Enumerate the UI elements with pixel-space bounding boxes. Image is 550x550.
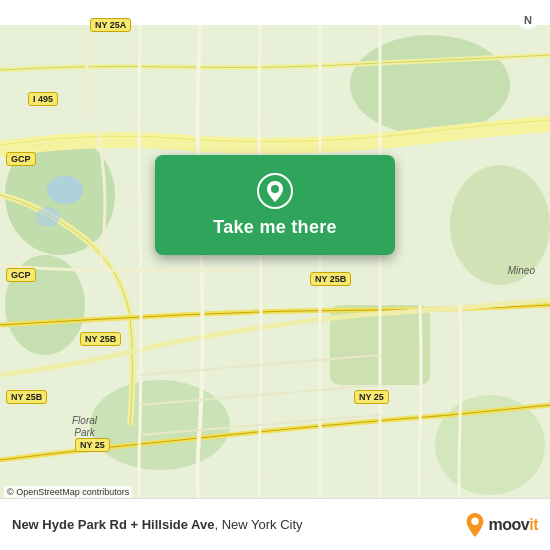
svg-point-8 [47,176,83,204]
road-badge-ny25-2: NY 25 [75,438,110,452]
moovit-logo: moovit [464,512,538,538]
svg-point-3 [350,35,510,135]
location-text: New Hyde Park Rd + Hillside Ave, New Yor… [12,517,458,532]
map-background [0,0,550,550]
map-attribution: © OpenStreetMap contributors [4,486,132,498]
moovit-pin-icon [464,512,486,538]
svg-point-4 [450,165,550,285]
svg-point-6 [90,380,230,470]
road-badge-i495: I 495 [28,92,58,106]
location-name: New Hyde Park Rd + Hillside Ave [12,517,214,532]
road-badge-ny25b-2: NY 25B [80,332,121,346]
floral-park-label: FloralPark [72,415,97,439]
location-pin-icon [257,173,293,209]
road-badge-ny25-1: NY 25 [354,390,389,404]
take-me-there-button[interactable]: Take me there [155,155,395,255]
bottom-bar: New Hyde Park Rd + Hillside Ave, New Yor… [0,498,550,550]
svg-point-11 [271,185,279,193]
mineola-label: Mineo [508,265,535,276]
svg-point-12 [471,517,478,524]
take-me-there-label: Take me there [213,217,337,238]
map-container: NY 25A I 495 GCP GCP NY 25B NY 25B NY 25… [0,0,550,550]
compass-north: N [518,10,538,30]
road-badge-gcp1: GCP [6,152,36,166]
road-badge-gcp2: GCP [6,268,36,282]
moovit-text: moovit [489,516,538,534]
svg-point-9 [36,207,60,227]
road-badge-ny25a: NY 25A [90,18,131,32]
road-badge-ny25b-1: NY 25B [310,272,351,286]
location-city: , New York City [214,517,302,532]
road-badge-ny25b-3: NY 25B [6,390,47,404]
